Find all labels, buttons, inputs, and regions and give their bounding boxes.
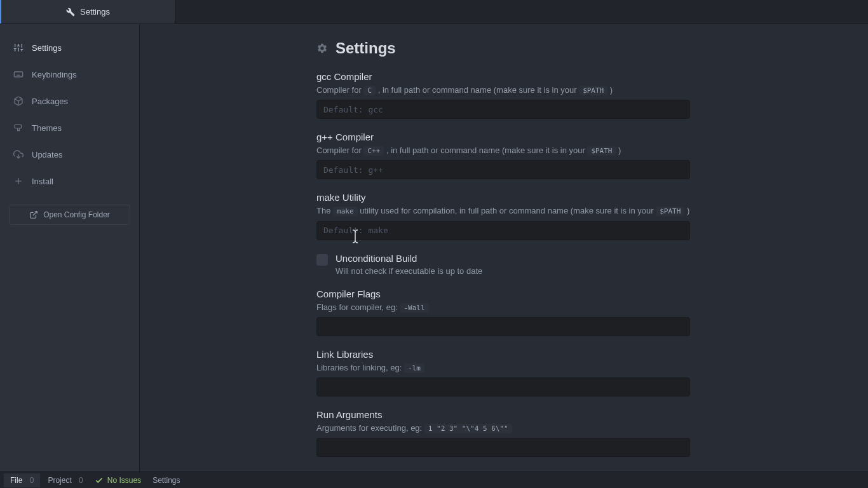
- checkbox-description: Will not check if executable is up to da…: [336, 266, 482, 276]
- status-settings[interactable]: Settings: [146, 473, 186, 487]
- page-title: Settings: [316, 39, 690, 57]
- sidebar-item-themes[interactable]: Themes: [9, 116, 130, 140]
- link-libraries-input[interactable]: [316, 377, 690, 396]
- package-icon: [13, 95, 24, 107]
- gpp-compiler-input[interactable]: [316, 160, 690, 179]
- sidebar-item-packages[interactable]: Packages: [9, 89, 130, 113]
- svg-rect-9: [14, 72, 22, 77]
- sidebar-item-updates[interactable]: Updates: [9, 142, 130, 166]
- plus-icon: [13, 175, 24, 187]
- setting-gcc-compiler: gcc Compiler Compiler for C , in full pa…: [316, 71, 690, 119]
- setting-description: Arguments for executing, eg: 1 "2 3" "\"…: [316, 423, 690, 434]
- setting-title: Compiler Flags: [316, 288, 690, 299]
- tools-icon: [66, 8, 75, 17]
- sidebar-item-label: Updates: [32, 150, 62, 159]
- paint-icon: [13, 122, 24, 133]
- checkbox-label: Unconditional Build: [336, 253, 482, 264]
- setting-link-libraries: Link Libraries Libraries for linking, eg…: [316, 349, 690, 396]
- sidebar-item-label: Keybindings: [32, 70, 77, 79]
- setting-unconditional-build: Unconditional Build Will not check if ex…: [316, 253, 690, 276]
- make-utility-input[interactable]: [316, 221, 690, 240]
- sidebar-item-label: Themes: [32, 123, 62, 133]
- settings-sidebar: Settings Keybindings Packages Themes Upd…: [0, 24, 140, 471]
- setting-make-utility: make Utility The make utility used for c…: [316, 192, 690, 240]
- sidebar-item-keybindings[interactable]: Keybindings: [9, 62, 130, 86]
- setting-description: The make utility used for compilation, i…: [316, 205, 690, 217]
- status-no-issues[interactable]: No Issues: [91, 473, 145, 487]
- status-file[interactable]: File 0: [4, 473, 40, 487]
- svg-line-19: [33, 212, 37, 215]
- setting-title: gcc Compiler: [316, 71, 690, 82]
- sidebar-item-label: Install: [32, 177, 53, 186]
- keyboard-icon: [13, 69, 24, 80]
- status-project[interactable]: Project 0: [41, 473, 89, 487]
- open-config-folder-button[interactable]: Open Config Folder: [9, 205, 130, 225]
- setting-title: Link Libraries: [316, 349, 690, 360]
- setting-description: Libraries for linking, eg: -lm: [316, 362, 690, 374]
- setting-gpp-compiler: g++ Compiler Compiler for C++ , in full …: [316, 132, 690, 179]
- sidebar-item-label: Packages: [32, 97, 68, 106]
- setting-description: Compiler for C++ , in full path or comma…: [316, 145, 690, 156]
- sidebar-item-settings[interactable]: Settings: [9, 36, 130, 60]
- setting-title: g++ Compiler: [316, 132, 690, 142]
- compiler-flags-input[interactable]: [316, 317, 690, 336]
- cloud-download-icon: [13, 149, 24, 160]
- settings-content: Settings gcc Compiler Compiler for C , i…: [140, 24, 868, 471]
- setting-compiler-flags: Compiler Flags Flags for compiler, eg: -…: [316, 288, 690, 336]
- setting-run-arguments: Run Arguments Arguments for executing, e…: [316, 409, 690, 457]
- run-arguments-input[interactable]: [316, 438, 690, 457]
- open-config-label: Open Config Folder: [43, 210, 110, 219]
- external-link-icon: [29, 210, 38, 219]
- setting-description: Compiler for C , in full path or command…: [316, 85, 690, 96]
- check-icon: [95, 476, 104, 485]
- setting-title: make Utility: [316, 192, 690, 203]
- unconditional-build-checkbox[interactable]: [316, 254, 328, 266]
- setting-title: Run Arguments: [316, 409, 690, 420]
- tab-label: Settings: [80, 7, 110, 17]
- tab-bar: Settings: [0, 0, 868, 24]
- sliders-icon: [13, 42, 24, 53]
- gear-icon: [316, 43, 328, 54]
- gcc-compiler-input[interactable]: [316, 100, 690, 119]
- status-bar: File 0 Project 0 No Issues Settings: [0, 471, 868, 488]
- sidebar-item-install[interactable]: Install: [9, 169, 130, 193]
- tab-settings[interactable]: Settings: [0, 0, 175, 24]
- sidebar-item-label: Settings: [32, 43, 62, 53]
- setting-description: Flags for compiler, eg: -Wall: [316, 302, 690, 313]
